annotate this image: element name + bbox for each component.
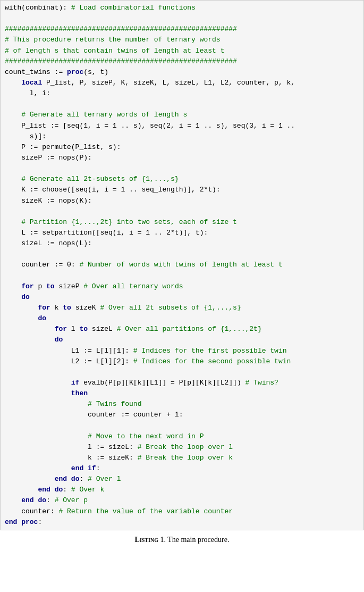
code-line: l, i: <box>5 88 359 99</box>
code-line: do <box>5 335 359 345</box>
code-line: P := permute(P_list, s): <box>5 142 359 153</box>
code-line: with(combinat): # Load combinatorial fun… <box>5 3 359 13</box>
code-line: K := choose([seq(i, i = 1 .. seq_length)… <box>5 185 359 195</box>
caption-label: Listing <box>135 536 158 544</box>
code-line: # Twins found <box>5 399 359 410</box>
code-line: sizeK := nops(K): <box>5 196 359 206</box>
code-line: # Generate all 2t-subsets of {1,...,s} <box>5 174 359 185</box>
code-line: then <box>5 388 359 399</box>
code-line: end proc: <box>5 517 359 528</box>
figure-caption: Listing 1. The main procedure. <box>0 530 364 547</box>
code-line <box>5 206 359 217</box>
code-line <box>5 271 359 281</box>
code-line: P_list := [seq(1, i = 1 .. s), seq(2, i … <box>5 121 359 131</box>
code-line: end do: # Over p <box>5 495 359 506</box>
code-line: # of length s that contain twins of leng… <box>5 46 359 56</box>
caption-text: The main procedure. <box>167 536 229 544</box>
code-line: ########################################… <box>5 56 359 67</box>
code-line: L := setpartition([seq(i, i = 1 .. 2*t)]… <box>5 228 359 238</box>
code-line <box>5 163 359 174</box>
code-line: counter := counter + 1: <box>5 410 359 420</box>
code-line: for l to sizeL # Over all partitions of … <box>5 324 359 335</box>
code-line: l := sizeL: # Break the loop over l <box>5 442 359 453</box>
code-line: count_twins := proc(s, t) <box>5 67 359 78</box>
code-line: ########################################… <box>5 24 359 35</box>
code-block: with(combinat): # Load combinatorial fun… <box>0 0 364 530</box>
code-line: # Generate all ternary words of length s <box>5 110 359 120</box>
code-line: do <box>5 313 359 324</box>
code-line: # Partition {1,...,2t} into two sets, ea… <box>5 217 359 228</box>
code-line: L2 := L[l][2]: # Indices for the second … <box>5 356 359 367</box>
code-line: local P_list, P, sizeP, K, sizeK, L, siz… <box>5 78 359 88</box>
code-line <box>5 249 359 260</box>
code-line: # Move to the next word in P <box>5 431 359 442</box>
code-line: s)]: <box>5 131 359 142</box>
code-line: for p to sizeP # Over all ternary words <box>5 281 359 292</box>
code-line: counter := 0: # Number of words with twi… <box>5 260 359 270</box>
code-line: if evalb(P[p][K[k][L1]] = P[p][K[k][L2]]… <box>5 378 359 388</box>
code-line: do <box>5 292 359 303</box>
code-line: counter: # Return the value of the varia… <box>5 506 359 517</box>
code-line: k := sizeK: # Break the loop over k <box>5 453 359 463</box>
code-line: for k to sizeK # Over all 2t subsets of … <box>5 303 359 313</box>
code-line: sizeP := nops(P): <box>5 153 359 163</box>
code-line: end if: <box>5 463 359 474</box>
code-line <box>5 367 359 378</box>
code-line <box>5 99 359 110</box>
code-line: sizeL := nops(L): <box>5 238 359 249</box>
caption-number: 1. <box>160 536 167 544</box>
code-line <box>5 420 359 431</box>
code-line: end do: # Over l <box>5 474 359 485</box>
code-line: # This procedure returns the number of t… <box>5 35 359 45</box>
code-line: L1 := L[l][1]: # Indices for the first p… <box>5 346 359 356</box>
code-line <box>5 13 359 24</box>
code-line: end do: # Over k <box>5 485 359 495</box>
